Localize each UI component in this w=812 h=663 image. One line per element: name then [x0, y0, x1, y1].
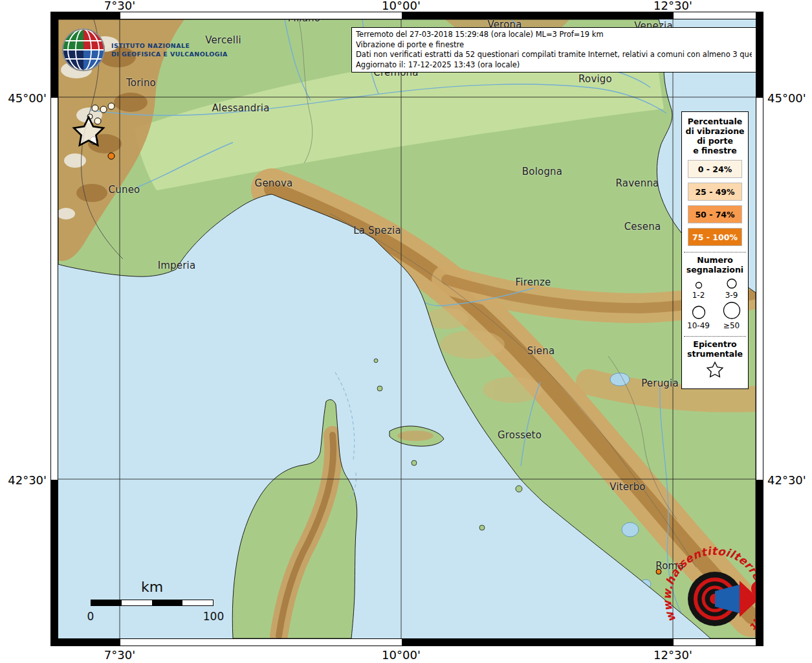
- legend-count-item: 3-9: [715, 276, 748, 300]
- event-info-line3: Dati non verificati estratti da 52 quest…: [356, 50, 752, 60]
- axis-top-2: 12°30': [653, 0, 692, 12]
- event-info-box: Terremoto del 27-03-2018 15:29:48 (ora l…: [351, 27, 756, 73]
- legend-count-grid: 1-23-910-49≥50: [682, 276, 748, 330]
- axis-right-0: 45°00': [767, 91, 806, 105]
- city-label-alessandria: Alessandria: [212, 102, 269, 114]
- city-label-genova: Genova: [255, 177, 293, 189]
- city-label-roma: Roma: [655, 560, 684, 572]
- scalebar-start: 0: [81, 610, 100, 623]
- city-label-bologna: Bologna: [522, 166, 562, 177]
- legend-swatch: 75 - 100%: [688, 228, 742, 246]
- legend-title-line: Percentuale: [682, 117, 748, 126]
- legend-title-line: e finestre: [682, 146, 748, 155]
- ingv-name-line2: DI GEOFISICA E VULCANOLOGIA: [111, 50, 228, 58]
- city-label-viterbo: Viterbo: [609, 481, 645, 493]
- terrain-map: [58, 19, 756, 638]
- legend-swatch: 25 - 49%: [688, 183, 742, 201]
- axis-bottom-0: 7°30': [104, 649, 135, 662]
- legend-divider: [684, 252, 746, 253]
- scalebar-end: 100: [197, 610, 230, 623]
- legend-epicenter-line: Epicentro: [682, 339, 748, 349]
- scalebar-unit: km: [91, 579, 214, 595]
- event-info-line1: Terremoto del 27-03-2018 15:29:48 (ora l…: [356, 30, 752, 40]
- legend-counts-title-line: segnalazioni: [682, 265, 748, 275]
- legend-swatch-list: 0 - 24%25 - 49%50 - 74%75 - 100%: [682, 160, 748, 246]
- city-label-ravenna: Ravenna: [616, 177, 659, 189]
- city-label-rovigo: Rovigo: [578, 73, 612, 85]
- legend-star-icon: [682, 361, 748, 383]
- map-frame-right: [756, 12, 763, 646]
- legend-counts-title: Numero segnalazioni: [682, 255, 748, 275]
- axis-top-0: 7°30': [104, 0, 135, 12]
- event-info-line4: Aggiornato il: 17-12-2025 13:43 (ora loc…: [356, 60, 752, 71]
- map-frame-left: [50, 12, 58, 646]
- city-label-perugia: Perugia: [641, 377, 679, 389]
- count-circle-icon: [718, 276, 746, 291]
- legend-epicenter-title: Epicentro strumentale: [682, 339, 748, 359]
- legend-swatch: 50 - 74%: [688, 205, 742, 223]
- legend-title-line: di porte: [682, 136, 748, 146]
- scalebar: [91, 600, 214, 606]
- count-label: 3-9: [725, 291, 738, 300]
- city-label-firenze: Firenze: [516, 276, 551, 288]
- legend-title-line: di vibrazione: [682, 126, 748, 136]
- count-label: ≥50: [723, 321, 740, 330]
- map-frame-bottom: [50, 638, 763, 646]
- legend-count-item: ≥50: [715, 300, 748, 330]
- city-label-cuneo: Cuneo: [109, 184, 140, 196]
- city-label-torino: Torino: [126, 77, 156, 89]
- ingv-globe-icon: [61, 27, 106, 73]
- count-circle-icon: [685, 280, 713, 291]
- axis-right-1: 42°30': [767, 473, 806, 487]
- legend-title: Percentuale di vibrazione di porte e fin…: [682, 117, 748, 155]
- city-label-imperia: Imperia: [158, 260, 196, 271]
- ingv-logo: ISTITUTO NAZIONALE DI GEOFISICA E VULCAN…: [61, 27, 228, 73]
- legend-counts-title-line: Numero: [682, 255, 748, 265]
- axis-top-1: 10°00': [382, 0, 421, 12]
- count-circle-icon: [685, 304, 713, 321]
- map-frame-top: [50, 12, 763, 19]
- map-canvas: MilanoVercelliTorinoAlessandriaCremonaVe…: [58, 19, 756, 638]
- legend-epicenter-line: strumentale: [682, 349, 748, 359]
- count-label: 1-2: [692, 291, 705, 300]
- axis-left-0: 45°00': [0, 91, 47, 105]
- city-label-cesena: Cesena: [624, 221, 661, 232]
- city-label-siena: Siena: [527, 345, 555, 357]
- count-label: 10-49: [687, 321, 710, 330]
- city-label-la-spezia: La Spezia: [353, 225, 401, 236]
- legend-divider: [684, 336, 746, 337]
- city-label-grosseto: Grosseto: [498, 429, 542, 441]
- axis-bottom-2: 12°30': [653, 649, 692, 662]
- legend-panel: Percentuale di vibrazione di porte e fin…: [681, 111, 749, 389]
- legend-count-item: 1-2: [682, 276, 715, 300]
- earthquake-map-page: MilanoVercelliTorinoAlessandriaCremonaVe…: [0, 0, 812, 663]
- legend-swatch: 0 - 24%: [688, 160, 742, 178]
- event-info-line2: Vibrazione di porte e finestre: [356, 40, 752, 51]
- count-circle-icon: [718, 300, 746, 321]
- axis-left-1: 42°30': [0, 473, 47, 487]
- city-label-milano: Milano: [288, 19, 320, 24]
- axis-bottom-1: 10°00': [382, 649, 421, 662]
- legend-count-item: 10-49: [682, 300, 715, 330]
- ingv-name-line1: ISTITUTO NAZIONALE: [111, 41, 228, 50]
